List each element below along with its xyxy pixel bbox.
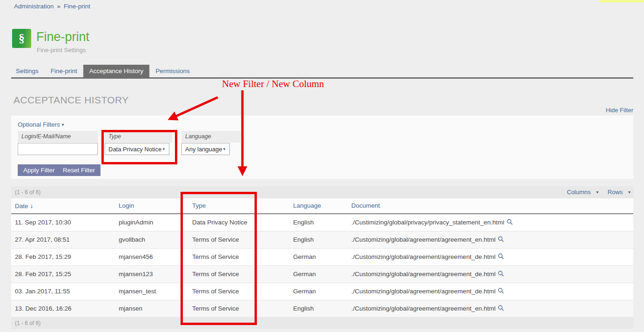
cell-type: Terms of Service	[188, 231, 289, 248]
filter-panel: Optional Filters ▾ Login/E-Mail/Name Typ…	[11, 115, 633, 179]
select-arrow-icon: ▼	[222, 147, 226, 151]
fine-print-icon: §	[12, 29, 31, 48]
chevron-down-icon: ▾	[628, 190, 631, 195]
login-filter-label: Login/E-Mail/Name	[18, 131, 98, 142]
column-header-document[interactable]: Document	[348, 198, 633, 214]
document-path: ./Customizing/global/agreement/agreement…	[351, 288, 496, 295]
table-body: 11. Sep 2017, 10:30 pluginAdmin Data Pri…	[11, 214, 633, 318]
column-header-type[interactable]: Type	[188, 198, 289, 214]
cell-language: English	[289, 231, 348, 248]
tab-fine-print[interactable]: Fine-print	[45, 65, 83, 77]
magnifier-icon[interactable]	[498, 249, 504, 265]
cell-date: 03. Jan 2017, 11:55	[11, 283, 115, 300]
cell-date: 11. Sep 2017, 10:30	[11, 214, 115, 231]
annotation-text: New Filter / New Column	[222, 78, 324, 90]
table-row[interactable]: 28. Feb 2017, 15:25 mjansen123 Terms of …	[11, 266, 633, 283]
cell-document: ./Customizing/global/agreement/agreement…	[348, 249, 633, 265]
breadcrumb: Administration»Fine-print	[14, 3, 90, 10]
filter-group-login: Login/E-Mail/Name	[18, 131, 98, 155]
page-title: Fine-print	[36, 30, 89, 44]
cell-type: Terms of Service	[188, 283, 289, 300]
cell-login: gvollbach	[115, 231, 188, 248]
tab-acceptance-history[interactable]: Acceptance History	[83, 65, 149, 77]
date-header-label: Date	[15, 203, 28, 210]
cell-document: ./Customizing/global/agreement/agreement…	[348, 231, 633, 248]
breadcrumb-administration[interactable]: Administration	[14, 3, 54, 10]
cell-login: mjansen	[115, 300, 188, 317]
cell-type: Data Privacy Notice	[188, 214, 289, 231]
cell-document: ./Custimizing/global/privacy/privacy_sta…	[348, 214, 633, 231]
tab-bar: Settings Fine-print Acceptance History P…	[10, 65, 196, 77]
select-arrow-icon: ▼	[162, 147, 166, 151]
type-filter-label: Type	[105, 131, 172, 142]
cell-document: ./Customizing/global/agreement/agreement…	[348, 300, 633, 317]
optional-filters-dropdown[interactable]: Optional Filters ▾	[18, 121, 64, 128]
table-row[interactable]: 11. Sep 2017, 10:30 pluginAdmin Data Pri…	[11, 214, 633, 231]
columns-label: Columns	[567, 189, 590, 196]
page-subtitle: Fine-print Settings	[37, 47, 86, 54]
breadcrumb-separator: »	[57, 3, 61, 10]
reset-filter-button[interactable]: Reset Filter	[57, 164, 101, 176]
type-filter-value: Data Privacy Notice	[108, 146, 161, 153]
cell-type: Terms of Service	[188, 266, 289, 283]
cell-language: English	[289, 300, 348, 317]
cell-date: 28. Feb 2017, 15:25	[11, 266, 115, 283]
column-header-language[interactable]: Language	[289, 198, 348, 214]
language-filter-value: Any language	[185, 146, 222, 153]
language-filter-select[interactable]: Any language ▼	[181, 143, 230, 155]
optional-filters-label: Optional Filters	[18, 121, 60, 128]
acceptance-history-page: Administration»Fine-print § Fine-print F…	[0, 0, 644, 332]
table-row[interactable]: 03. Jan 2017, 11:55 mjansen_test Terms o…	[11, 283, 633, 300]
columns-dropdown[interactable]: Columns ▾	[563, 189, 598, 196]
language-filter-label: Language	[181, 131, 241, 142]
magnifier-icon[interactable]	[498, 284, 504, 300]
notification-strip	[600, 0, 644, 2]
list-settings: Columns ▾ Rows ▾	[559, 186, 631, 199]
list-toolbar: (1 - 6 of 6) Columns ▾ Rows ▾	[11, 186, 633, 198]
cell-login: mjansen123	[115, 266, 188, 283]
tab-permissions[interactable]: Permissions	[149, 65, 196, 77]
magnifier-icon[interactable]	[498, 232, 504, 248]
column-header-date[interactable]: Date↓	[11, 198, 115, 214]
magnifier-icon[interactable]	[507, 215, 513, 231]
filter-group-language: Language Any language ▼	[181, 131, 241, 155]
table-row[interactable]: 13. Dec 2016, 16:26 mjansen Terms of Ser…	[11, 300, 633, 318]
document-path: ./Customizing/global/agreement/agreement…	[351, 271, 496, 278]
cell-type: Terms of Service	[188, 300, 289, 317]
cell-type: Terms of Service	[188, 249, 289, 265]
section-title: ACCEPTANCE HISTORY	[13, 95, 129, 106]
cell-date: 27. Apr 2017, 08:51	[11, 231, 115, 248]
chevron-down-icon: ▾	[62, 122, 64, 127]
table-row[interactable]: 27. Apr 2017, 08:51 gvollbach Terms of S…	[11, 231, 633, 249]
table-row[interactable]: 28. Feb 2017, 15:29 mjansen456 Terms of …	[11, 249, 633, 266]
hide-filter-link[interactable]: Hide Filter	[606, 107, 633, 114]
breadcrumb-fine-print[interactable]: Fine-print	[64, 3, 90, 10]
filter-group-type: Type Data Privacy Notice ▼	[105, 131, 172, 155]
cell-login: mjansen456	[115, 249, 188, 265]
cell-language: German	[289, 266, 348, 283]
tab-settings[interactable]: Settings	[10, 65, 45, 77]
sort-descending-icon: ↓	[30, 202, 34, 210]
magnifier-icon[interactable]	[498, 266, 504, 283]
rows-dropdown[interactable]: Rows ▾	[604, 189, 631, 196]
cell-login: pluginAdmin	[115, 214, 188, 231]
table-header-row: Date↓ Login Type Language Document	[11, 198, 633, 214]
document-path: ./Customizing/global/agreement/agreement…	[351, 305, 496, 312]
magnifier-icon[interactable]	[498, 301, 504, 317]
cell-document: ./Customizing/global/agreement/agreement…	[348, 266, 633, 283]
cell-language: English	[289, 214, 348, 231]
type-filter-select[interactable]: Data Privacy Notice ▼	[105, 143, 169, 155]
column-header-login[interactable]: Login	[115, 198, 188, 214]
document-path: ./Custimizing/global/privacy/privacy_sta…	[351, 219, 504, 226]
paragraph-glyph-icon: §	[19, 32, 25, 46]
table-footer-bar: (1 - 6 of 6)	[11, 318, 633, 329]
rows-label: Rows	[608, 189, 623, 196]
cell-date: 28. Feb 2017, 15:29	[11, 249, 115, 265]
chevron-down-icon: ▾	[596, 190, 598, 195]
cell-language: German	[289, 283, 348, 300]
cell-language: German	[289, 249, 348, 265]
document-path: ./Customizing/global/agreement/agreement…	[351, 236, 496, 243]
cell-login: mjansen_test	[115, 283, 188, 300]
login-filter-input[interactable]	[18, 143, 98, 155]
apply-filter-button[interactable]: Apply Filter	[18, 164, 60, 176]
